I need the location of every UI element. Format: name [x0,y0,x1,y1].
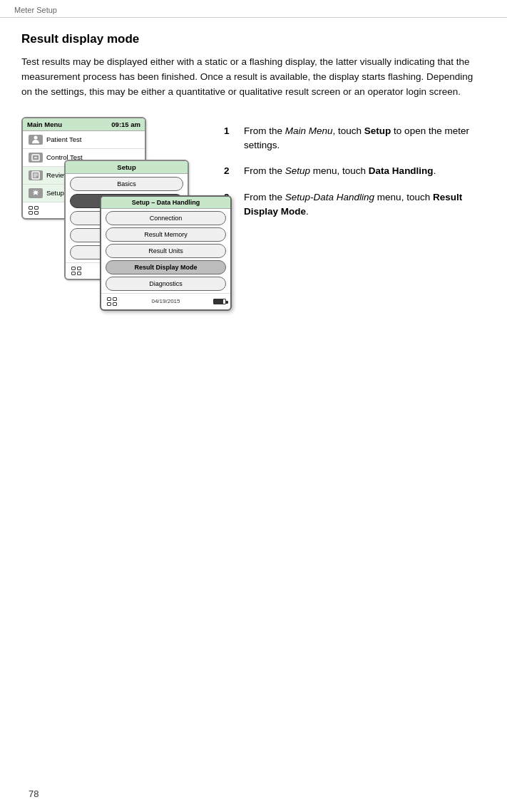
grid-icon [27,205,40,215]
svg-rect-9 [29,211,33,214]
screen-data-handling: Setup – Data Handling Connection Result … [100,195,232,311]
menu-item-patient: Patient Test [23,131,145,149]
battery-icon [213,299,226,304]
main-menu-title: Main Menu [27,120,62,128]
svg-rect-11 [72,267,76,269]
data-handling-result-memory: Result Memory [106,227,226,242]
svg-rect-14 [78,272,81,274]
step-2-num: 2 [224,164,237,178]
page-header: Meter Setup [0,0,507,18]
main-menu-time: 09:15 am [111,120,140,128]
step-1: 1 From the Main Menu, touch Setup to ope… [224,124,486,153]
intro-text: Test results may be displayed either wit… [21,55,486,100]
svg-rect-7 [29,206,33,209]
svg-rect-18 [113,302,117,305]
svg-rect-13 [72,272,76,274]
data-handling-diagnostics: Diagnostics [106,277,226,291]
step-2-text: From the Setup menu, touch Data Handling… [244,164,436,178]
data-handling-header: Setup – Data Handling [101,197,230,209]
data-handling-result-display-mode: Result Display Mode [106,260,226,274]
data-handling-grid-icon [106,297,118,307]
data-handling-date: 04/19/2015 [151,298,180,304]
patient-icon [29,135,43,145]
section-title: Result display mode [21,32,486,46]
steps-container: 1 From the Main Menu, touch Setup to ope… [224,117,486,230]
setup-grid-icon [70,266,83,276]
page-footer: 78 [14,783,53,805]
svg-point-0 [34,135,38,139]
setup-icon [29,188,43,198]
step-3-text: From the Setup-Data Handling menu, touch… [244,190,486,220]
setup-header: Setup [66,161,188,174]
svg-rect-16 [113,297,117,300]
step-3: 3 From the Setup-Data Handling menu, tou… [224,190,486,220]
svg-rect-8 [35,206,39,209]
data-handling-connection: Connection [106,211,226,225]
svg-rect-12 [78,267,81,269]
step-1-text: From the Main Menu, touch Setup to open … [244,124,486,153]
menu-item-setup-label: Setup [46,189,64,197]
review-icon [29,170,43,180]
data-handling-result-units: Result Units [106,244,226,258]
main-menu-header: Main Menu 09:15 am [23,118,145,131]
step-2: 2 From the Setup menu, touch Data Handli… [224,164,486,178]
svg-rect-15 [108,297,111,300]
step-1-num: 1 [224,124,237,153]
menu-item-patient-label: Patient Test [46,135,81,143]
svg-rect-17 [108,302,111,305]
data-handling-footer: 04/19/2015 [101,293,230,309]
svg-rect-10 [35,211,39,214]
control-icon [29,153,43,163]
setup-basics: Basics [70,177,183,191]
device-illustration: Main Menu 09:15 am Patient Test Contro [21,117,207,409]
